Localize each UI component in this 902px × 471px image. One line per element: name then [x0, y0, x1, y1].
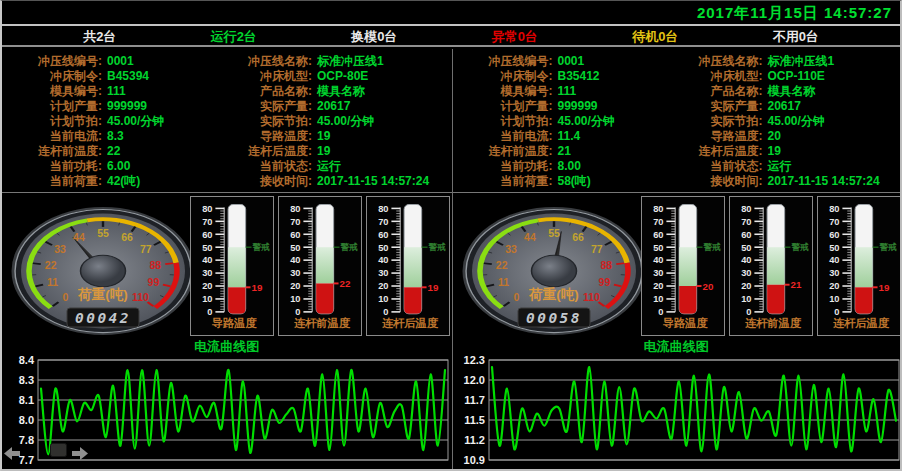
thermometer-box: 01020304050607080警戒22连杆前温度 — [278, 196, 362, 336]
info-value: 0001 — [553, 54, 665, 69]
info-label: 当前荷重: — [2, 174, 102, 189]
status-item-total: 共2台 — [83, 28, 116, 46]
info-row: 当前荷重:58(吨)接收时间:2017-11-15 14:57:24 — [453, 174, 901, 189]
info-value: OCP-80E — [312, 69, 452, 84]
chart-ytick-label: 10.9 — [463, 454, 484, 466]
info-label: 冲床制令: — [2, 69, 102, 84]
thermo-warn-label: 警戒 — [252, 242, 271, 252]
thermo-name: 连杆前温度 — [294, 317, 351, 330]
thermo-tick-label: 10 — [741, 294, 751, 304]
thermo-tick-label: 60 — [378, 230, 388, 240]
thermo-tick-label: 40 — [290, 255, 300, 265]
scroll-thumb-icon[interactable] — [50, 443, 67, 457]
scroll-left-icon[interactable] — [4, 447, 20, 460]
thermometer-box: 01020304050607080警戒21连杆前温度 — [729, 196, 813, 336]
info-label: 冲床机型: — [214, 69, 312, 84]
gauge-tick-label: 110 — [583, 291, 600, 303]
info-value: 运行 — [312, 159, 452, 174]
thermo-value: 19 — [878, 282, 889, 293]
thermo-tick-label: 20 — [378, 281, 388, 291]
chart-scroll-controls — [2, 441, 92, 461]
thermo-fill — [228, 287, 246, 314]
info-label: 产品名称: — [665, 84, 763, 99]
hmi-dashboard-window: 2017年11月15日 14:57:27 共2台运行2台换模0台异常0台待机0台… — [0, 0, 902, 471]
thermo-tick-label: 0 — [746, 307, 751, 317]
thermo-tick-label: 40 — [653, 255, 663, 265]
info-label: 导路温度: — [214, 129, 312, 144]
scroll-right-icon[interactable] — [72, 447, 88, 460]
info-label: 导路温度: — [665, 129, 763, 144]
thermo-tick-label: 50 — [653, 243, 663, 253]
info-label: 模具编号: — [2, 84, 102, 99]
thermo-tick-label: 50 — [290, 243, 300, 253]
thermometer-gauge: 01020304050607080警戒20导路温度 — [642, 197, 724, 335]
info-label: 计划节拍: — [2, 114, 102, 129]
thermo-warn-label: 警戒 — [702, 242, 721, 252]
info-value: 20 — [763, 129, 901, 144]
thermo-name: 连杆前温度 — [744, 317, 801, 330]
info-row: 连杆前温度:22连杆后温度:19 — [2, 144, 452, 159]
info-value: 6.00 — [102, 159, 214, 174]
gauge-tick-label: 33 — [505, 243, 517, 255]
chart-title: 电流曲线图 — [2, 339, 452, 354]
machine-visuals: 0112233445566778899110荷重(吨)0004201020304… — [2, 194, 452, 339]
chart-ytick-label: 11.2 — [464, 434, 485, 446]
thermo-tick-label: 20 — [741, 281, 751, 291]
info-value: 58(吨) — [553, 174, 665, 189]
thermo-tick-label: 10 — [653, 294, 663, 304]
thermometer-gauge: 01020304050607080警戒19导路温度 — [191, 197, 273, 335]
machine-panel-1: 冲压线编号:0001冲压线名称:标准冲压线1冲床制令:B45394冲床机型:OC… — [2, 49, 452, 469]
load-gauge: 0112233445566778899110荷重(吨)00058 — [455, 195, 651, 337]
info-label: 冲床机型: — [665, 69, 763, 84]
info-value: OCP-110E — [763, 69, 901, 84]
gauge-tick-label: 11 — [47, 276, 58, 288]
thermo-tick-label: 70 — [290, 217, 300, 227]
thermo-tick-label: 0 — [207, 307, 212, 317]
info-row: 计划节拍:45.00/分钟实际节拍:45.00/分钟 — [453, 114, 901, 129]
machine-panel-2: 冲压线编号:0001冲压线名称:标准冲压线1冲床制令:B35412冲床机型:OC… — [452, 49, 901, 469]
info-label: 连杆前温度: — [2, 144, 102, 159]
info-row: 计划节拍:45.00/分钟实际节拍:45.00/分钟 — [2, 114, 452, 129]
info-label: 连杆前温度: — [453, 144, 553, 159]
thermometer-box: 01020304050607080警戒19连杆后温度 — [366, 196, 450, 336]
thermo-safe-zone — [767, 247, 785, 285]
info-value: 45.00/分钟 — [553, 114, 665, 129]
status-item-unused: 不用0台 — [773, 28, 819, 46]
thermo-tick-label: 0 — [295, 307, 300, 317]
info-value: 999999 — [553, 99, 665, 114]
thermo-safe-zone — [404, 247, 422, 287]
thermo-warn-label: 警戒 — [878, 242, 897, 252]
thermo-tick-label: 30 — [202, 268, 212, 278]
info-value: 111 — [553, 84, 665, 99]
thermometer-box: 01020304050607080警戒20导路温度 — [641, 196, 725, 336]
current-curve-chart: 12.312.011.711.511.210.9 — [453, 354, 902, 471]
info-value: 标准冲压线1 — [312, 54, 452, 69]
current-waveform — [41, 370, 445, 454]
thermometer-box: 01020304050607080警戒19导路温度 — [190, 196, 274, 336]
thermo-warn-label: 警戒 — [340, 242, 359, 252]
chart-ytick-label: 8.1 — [19, 394, 34, 406]
info-value: 8.00 — [553, 159, 665, 174]
info-row: 冲压线编号:0001冲压线名称:标准冲压线1 — [2, 54, 452, 69]
info-label: 计划节拍: — [453, 114, 553, 129]
info-label: 实际产量: — [214, 99, 312, 114]
thermo-tick-label: 10 — [829, 294, 839, 304]
gauge-hub — [81, 255, 126, 287]
info-value: 45.00/分钟 — [102, 114, 214, 129]
thermo-tick-label: 80 — [378, 204, 388, 214]
thermo-tick-label: 30 — [653, 268, 663, 278]
info-label: 当前功耗: — [453, 159, 553, 174]
thermo-value: 22 — [340, 278, 351, 289]
chart-ytick-label: 8.4 — [19, 354, 35, 366]
info-value: 45.00/分钟 — [312, 114, 452, 129]
chart-ytick-label: 8.3 — [19, 374, 34, 386]
gauge-odometer-value: 00042 — [75, 310, 131, 326]
info-row: 当前荷重:42(吨)接收时间:2017-11-15 14:57:24 — [2, 174, 452, 189]
machine-visuals: 0112233445566778899110荷重(吨)0005801020304… — [453, 194, 901, 339]
thermo-tick-label: 0 — [658, 307, 663, 317]
chart-title: 电流曲线图 — [453, 339, 901, 354]
thermo-tick-label: 30 — [378, 268, 388, 278]
gauge-tick-label: 110 — [132, 291, 149, 303]
chart-ytick-label: 12.0 — [463, 374, 484, 386]
info-label: 当前功耗: — [2, 159, 102, 174]
